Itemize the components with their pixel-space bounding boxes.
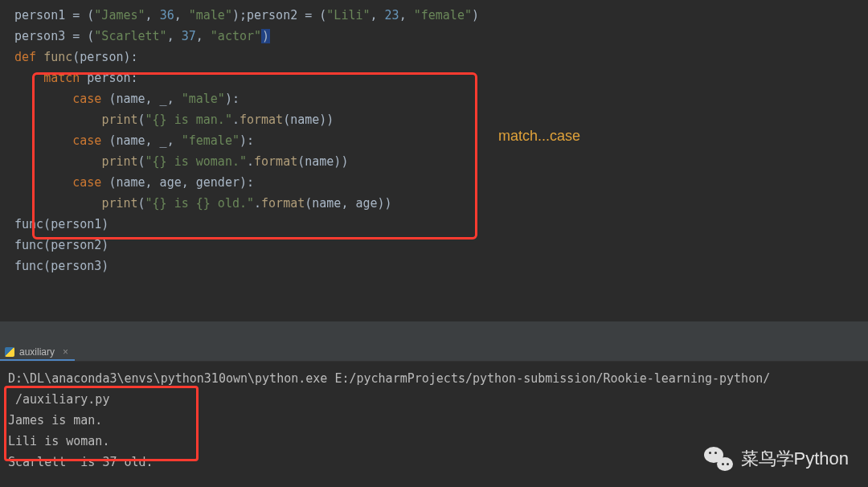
wechat-icon [704, 447, 733, 471]
code-line: func(person2) [14, 235, 868, 256]
code-editor[interactable]: person1 = ("James", 36, "male");person2 … [0, 0, 868, 321]
code-line: match person: [14, 68, 868, 88]
code-line: print("{} is {} old.".format(name, age)) [14, 193, 868, 214]
code-line: case (name, _, "male"): [14, 88, 868, 109]
code-line: func(person3) [14, 256, 868, 276]
watermark-text: 菜鸟学Python [741, 447, 850, 471]
close-icon[interactable]: × [63, 346, 68, 358]
code-line: def func(person): [14, 47, 868, 68]
code-line: person3 = ("Scarlett", 37, "actor") [14, 26, 868, 47]
annotation-label: match...case [498, 125, 580, 146]
console-line: James is man. [8, 410, 860, 431]
code-line: print("{} is man.".format(name)) [14, 109, 868, 130]
python-file-icon [5, 347, 14, 357]
code-line: case (name, age, gender): [14, 172, 868, 193]
gutter [0, 0, 5, 321]
watermark: 菜鸟学Python [704, 447, 850, 471]
run-tab-auxiliary[interactable]: auxiliary × [0, 345, 75, 361]
code-line: person1 = ("James", 36, "male");person2 … [14, 5, 868, 26]
pane-divider[interactable] [0, 321, 868, 342]
code-line: func(person1) [14, 214, 868, 235]
console-line: D:\DL\anaconda3\envs\python310own\python… [8, 368, 860, 389]
console-line: /auxiliary.py [8, 389, 860, 410]
code-line: case (name, _, "female"): [14, 130, 868, 151]
caret: ) [261, 29, 270, 43]
run-tabbar: auxiliary × [0, 342, 868, 362]
code-line: print("{} is woman.".format(name)) [14, 151, 868, 172]
run-tab-label: auxiliary [19, 346, 55, 358]
